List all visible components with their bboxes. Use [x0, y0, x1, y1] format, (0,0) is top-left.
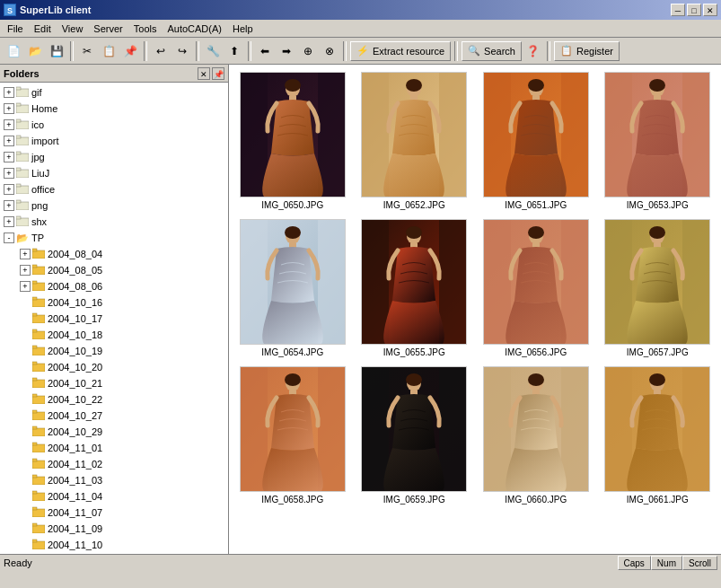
tree-expand-btn[interactable]: +	[4, 200, 14, 211]
thumbnail-item[interactable]: IMG_0651.JPG	[479, 72, 593, 210]
tree-item[interactable]: 2004_11_02	[0, 456, 228, 472]
menu-tools[interactable]: Tools	[128, 22, 163, 36]
tree-item[interactable]: 2004_11_07	[0, 505, 228, 521]
tree-expand-btn[interactable]: +	[20, 265, 31, 276]
thumbnail-item[interactable]: IMG_0650.JPG	[236, 72, 349, 210]
tree-item[interactable]: 2004_10_19	[0, 343, 228, 359]
toolbar-btn8[interactable]: ➡	[277, 41, 296, 61]
tree-item[interactable]: 2004_10_18	[0, 327, 228, 343]
register-button[interactable]: 📋 Register	[554, 41, 620, 61]
tree-item[interactable]: 2004_11_01	[0, 440, 228, 456]
tree-label: 2004_11_09	[48, 523, 102, 534]
folder-icon: 📂	[16, 233, 29, 244]
tree-label: 2004_10_29	[48, 426, 102, 437]
menu-autocad[interactable]: AutoCAD(A)	[162, 22, 227, 36]
toolbar-btn7[interactable]: ⬅	[255, 41, 275, 61]
minimize-button[interactable]: ─	[671, 4, 685, 16]
svg-rect-51	[32, 507, 37, 510]
status-ready: Ready	[4, 557, 618, 568]
tree-item[interactable]: +office	[0, 181, 228, 197]
extract-resource-button[interactable]: ⚡ Extract resource	[350, 41, 451, 61]
toolbar-help[interactable]: ❓	[523, 41, 543, 61]
tree-expand-btn[interactable]: -	[4, 233, 14, 243]
toolbar-open[interactable]: 📂	[25, 41, 45, 61]
maximize-button[interactable]: □	[687, 4, 701, 16]
tree-item[interactable]: +2004_08_05	[0, 262, 228, 278]
tree-item[interactable]: +gif	[0, 84, 228, 101]
tree-expand-btn[interactable]: +	[20, 281, 31, 292]
tree-item[interactable]: +2004_08_04	[0, 246, 228, 262]
svg-point-112	[649, 226, 665, 239]
tree-item[interactable]: +ico	[0, 117, 228, 133]
tree-item[interactable]: 2004_10_17	[0, 311, 228, 327]
toolbar-save[interactable]: 💾	[47, 41, 66, 61]
search-button[interactable]: 🔍 Search	[462, 41, 522, 61]
tree-item[interactable]: 2004_11_11	[0, 553, 228, 554]
tree-item[interactable]: -📂TP	[0, 230, 228, 246]
thumbnail-item[interactable]: IMG_0653.JPG	[602, 72, 715, 210]
thumbnail-item[interactable]: IMG_0659.JPG	[358, 366, 471, 505]
tree-item[interactable]: +shx	[0, 214, 228, 230]
thumbnail-item[interactable]: IMG_0656.JPG	[479, 219, 593, 357]
tree-expand-btn[interactable]: +	[4, 119, 14, 130]
tree-item[interactable]: +png	[0, 197, 228, 214]
thumbnail-image	[361, 72, 467, 197]
tree-item[interactable]: 2004_10_29	[0, 424, 228, 440]
thumbnail-item[interactable]: IMG_0657.JPG	[602, 219, 715, 357]
tree-item[interactable]: 2004_11_09	[0, 521, 228, 537]
toolbar-btn6[interactable]: ⬆	[224, 41, 244, 61]
tree-expand-btn[interactable]: +	[4, 136, 14, 146]
tree-item[interactable]: 2004_10_22	[0, 391, 228, 408]
close-button[interactable]: ✕	[703, 4, 717, 16]
tree-label: 2004_10_20	[48, 362, 102, 373]
menu-view[interactable]: View	[57, 22, 89, 36]
menu-server[interactable]: Server	[88, 22, 127, 36]
svg-rect-68	[318, 73, 345, 197]
thumbnail-item[interactable]: IMG_0658.JPG	[236, 366, 349, 505]
tree-expand-btn[interactable]: +	[4, 152, 14, 162]
folders-toggle-btn[interactable]: 📌	[212, 67, 224, 80]
toolbar-btn9[interactable]: ⊕	[298, 41, 318, 61]
tree-item[interactable]: +LiuJ	[0, 165, 228, 181]
tree-item[interactable]: +2004_08_06	[0, 278, 228, 294]
thumbnail-item[interactable]: IMG_0661.JPG	[602, 366, 715, 505]
thumbnail-item[interactable]: IMG_0655.JPG	[358, 219, 471, 357]
content-area[interactable]: IMG_0650.JPG I	[229, 65, 721, 554]
tree-expand-btn[interactable]: +	[4, 168, 14, 179]
tree-item[interactable]: 2004_10_20	[0, 359, 228, 375]
toolbar-undo[interactable]: ↩	[151, 41, 171, 61]
menu-edit[interactable]: Edit	[29, 22, 57, 36]
folders-close-btn[interactable]: ✕	[198, 67, 210, 80]
tree-item[interactable]: 2004_10_21	[0, 375, 228, 391]
toolbar-copy[interactable]: 📋	[99, 41, 119, 61]
tree-expand-btn[interactable]: +	[4, 216, 14, 227]
tree-item[interactable]: +Home	[0, 101, 228, 117]
tree-item[interactable]: 2004_11_04	[0, 488, 228, 505]
toolbar-redo[interactable]: ↪	[172, 41, 192, 61]
tree-expand-btn[interactable]: +	[4, 87, 14, 98]
tree-item[interactable]: 2004_11_10	[0, 537, 228, 553]
menu-help[interactable]: Help	[227, 22, 259, 36]
thumbnail-item[interactable]: IMG_0652.JPG	[358, 72, 471, 210]
tree-item[interactable]: 2004_10_27	[0, 408, 228, 424]
menu-file[interactable]: File	[2, 22, 29, 36]
tree-expand-btn[interactable]: +	[4, 103, 14, 114]
folder-tree[interactable]: +gif+Home+ico+import+jpg+LiuJ+office+png…	[0, 83, 228, 554]
tree-item[interactable]: 2004_11_03	[0, 472, 228, 488]
toolbar-btn5[interactable]: 🔧	[203, 41, 223, 61]
toolbar-new[interactable]: 📄	[4, 41, 23, 61]
toolbar-btn10[interactable]: ⊗	[320, 41, 339, 61]
thumbnail-item[interactable]: IMG_0654.JPG	[236, 219, 349, 357]
register-icon: 📋	[560, 45, 573, 57]
thumbnail-label: IMG_0653.JPG	[627, 200, 689, 210]
toolbar-paste[interactable]: 📌	[120, 41, 140, 61]
thumbnail-label: IMG_0650.JPG	[261, 200, 323, 210]
toolbar-cut[interactable]: ✂	[77, 41, 97, 61]
thumbnail-item[interactable]: IMG_0660.JPG	[479, 366, 593, 505]
tree-expand-btn[interactable]: +	[20, 249, 31, 259]
tree-item[interactable]: +import	[0, 133, 228, 149]
folders-title: Folders	[4, 68, 40, 79]
tree-item[interactable]: +jpg	[0, 149, 228, 165]
tree-expand-btn[interactable]: +	[4, 184, 14, 195]
tree-item[interactable]: 2004_10_16	[0, 294, 228, 311]
